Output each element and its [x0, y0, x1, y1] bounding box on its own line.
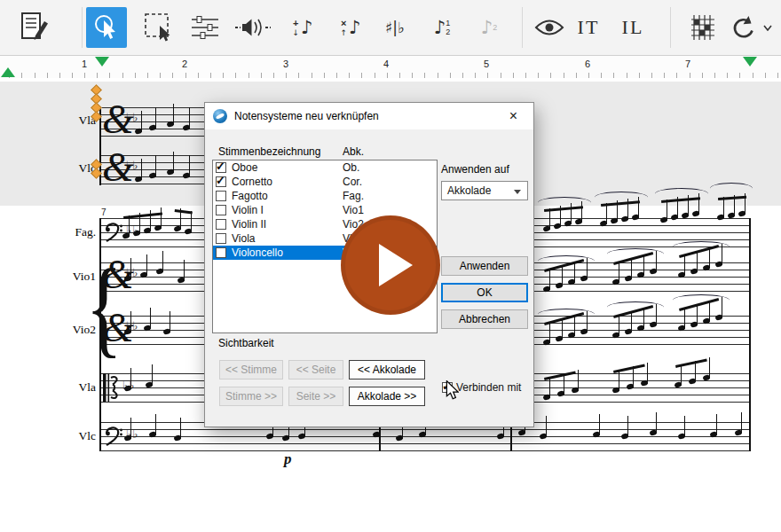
- rubberband-select-button[interactable]: [138, 7, 179, 48]
- dashed-selection-icon: [143, 12, 175, 43]
- voice-abbr: Ob.: [343, 161, 359, 174]
- speaker-icon: [234, 16, 272, 39]
- note-glyph: [715, 262, 723, 267]
- note-glyph: [682, 213, 690, 218]
- voice-checkbox[interactable]: [216, 176, 226, 187]
- beam-glyph: [613, 364, 645, 373]
- selection-tool-button[interactable]: [86, 7, 127, 48]
- alto-clef: [103, 372, 119, 403]
- voice-abbr: Vio1: [343, 204, 364, 216]
- text-il-icon: IL: [622, 16, 644, 39]
- left-margin-marker[interactable]: [1, 67, 15, 77]
- note-glyph: [612, 279, 620, 285]
- apply-to-value: Akkolade: [447, 184, 491, 197]
- ruler-number: 7: [685, 59, 690, 69]
- system-start-marker[interactable]: [95, 57, 109, 66]
- note-glyph: [728, 213, 736, 218]
- delete-note-icon: × ↑: [341, 19, 348, 37]
- chord-grid-button[interactable]: [685, 7, 721, 48]
- note-glyph: [185, 229, 193, 234]
- system-prev-button[interactable]: << Akkolade: [349, 360, 425, 379]
- note-glyph: [580, 329, 588, 334]
- voice-checkbox[interactable]: [216, 205, 226, 215]
- dialog-title: Notensysteme neu verknüpfen: [234, 110, 379, 122]
- note-glyph: [122, 233, 130, 239]
- undo-button[interactable]: [728, 7, 758, 48]
- note-glyph: [135, 129, 143, 134]
- system-next-button[interactable]: Akkolade >>: [349, 387, 425, 406]
- insert-note-button[interactable]: + ↓ ♪: [282, 7, 323, 48]
- voice-row-cornetto[interactable]: Cornetto Cor.: [213, 175, 437, 189]
- voices-button[interactable]: ♪ 1 2: [422, 7, 463, 48]
- sharp-flat-icon: ♯|♭: [385, 19, 405, 36]
- toolbar: + ↓ ♪ × ↑ ♪ ♯|♭ ♪ 1 2 ♪ 2: [0, 0, 781, 56]
- note-glyph: [621, 216, 629, 222]
- note-glyph: [717, 215, 725, 220]
- note-glyph: [660, 217, 668, 223]
- beam-glyph: [175, 209, 193, 214]
- note-glyph: [298, 434, 306, 439]
- voice-checkbox[interactable]: [216, 219, 226, 230]
- video-play-overlay-button[interactable]: [341, 215, 440, 315]
- note-glyph: [568, 332, 576, 338]
- close-button[interactable]: ×: [493, 103, 533, 129]
- voice-abbr: Fag.: [343, 190, 364, 202]
- delete-note-button[interactable]: × ↑ ♪: [330, 7, 371, 48]
- playback-dynamics-button[interactable]: [233, 7, 273, 48]
- voice-abbr: Cor.: [343, 176, 362, 188]
- note-glyph: [612, 387, 620, 393]
- system-end-marker[interactable]: [743, 57, 757, 66]
- note-glyph: [689, 379, 697, 384]
- note-glyph: [178, 278, 185, 283]
- dialog-titlebar[interactable]: Notensysteme neu verknüpfen ×: [205, 103, 533, 129]
- score-edit-button[interactable]: [14, 7, 55, 48]
- note-glyph: [678, 434, 686, 439]
- selection-cursor-icon: [92, 13, 121, 42]
- score-edit-icon: [20, 11, 50, 44]
- accidentals-button[interactable]: ♯|♭: [375, 7, 415, 48]
- play-icon: [379, 244, 413, 286]
- lyrics-mode-button[interactable]: IL: [612, 7, 653, 48]
- toolbar-separator: [670, 7, 671, 48]
- note-glyph: [167, 121, 175, 127]
- text-mode-button[interactable]: IT: [568, 7, 609, 48]
- note-glyph: [133, 231, 141, 236]
- note-glyph: [543, 395, 551, 400]
- note-glyph: [146, 382, 154, 387]
- mixer-button[interactable]: [185, 7, 225, 48]
- voice-numbers-icon: 1 2: [446, 20, 450, 36]
- connect-with-label: Verbinden mit: [456, 381, 521, 394]
- note-glyph: [163, 329, 171, 334]
- note-glyph: [637, 325, 645, 331]
- voice-checkbox[interactable]: [216, 191, 226, 201]
- staff-label: Vla: [50, 113, 96, 128]
- note-glyph: [625, 329, 633, 334]
- page-next-button: Seite >>: [288, 387, 343, 406]
- note-glyph: [124, 435, 132, 441]
- note-glyph: [572, 387, 580, 393]
- apply-to-dropdown[interactable]: Akkolade: [441, 181, 528, 200]
- note-glyph: [703, 375, 711, 380]
- cancel-button[interactable]: Abbrechen: [441, 309, 528, 329]
- note-glyph: [183, 173, 191, 178]
- voice-row-fagotto[interactable]: Fagotto Fag.: [213, 189, 437, 203]
- note-glyph: [650, 322, 658, 327]
- note-glyph: [580, 276, 588, 281]
- ok-button[interactable]: OK: [441, 283, 528, 302]
- voice-checkbox[interactable]: [216, 162, 226, 173]
- slur-glyph: [538, 309, 595, 320]
- note-glyph: [156, 269, 164, 274]
- voice-checkbox[interactable]: [216, 247, 226, 258]
- view-button[interactable]: [532, 7, 566, 48]
- note-glyph: [154, 225, 162, 231]
- visibility-label: Sichtbarkeit: [218, 337, 274, 349]
- note-glyph: [621, 434, 629, 439]
- note-glyph: [124, 386, 132, 391]
- voice-checkbox[interactable]: [216, 233, 226, 244]
- apply-button[interactable]: Anwenden: [441, 256, 528, 276]
- undo-dropdown-button[interactable]: [760, 7, 776, 48]
- voice-row-oboe[interactable]: Oboe Ob.: [213, 160, 437, 175]
- voice-row-violin-1[interactable]: Violin I Vio1: [213, 203, 437, 217]
- toolbar-separator: [82, 7, 83, 48]
- slur-glyph: [655, 188, 708, 200]
